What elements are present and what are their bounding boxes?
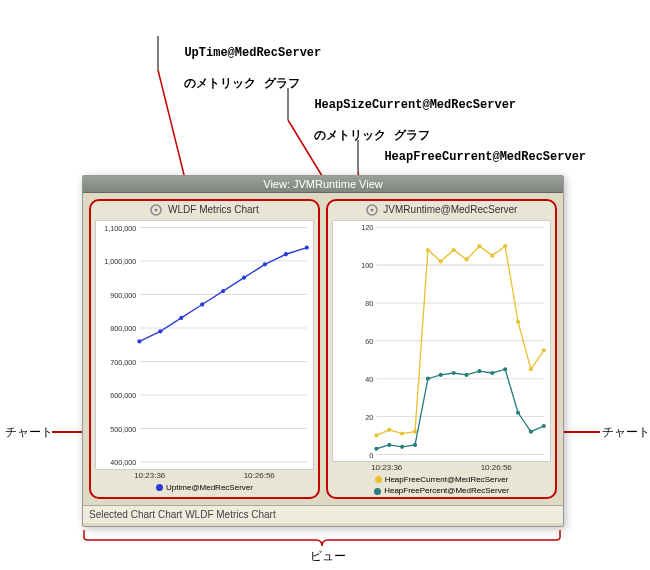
svg-point-55 [426, 248, 430, 252]
svg-point-30 [221, 289, 225, 293]
svg-point-74 [490, 371, 494, 375]
view-panel: View: JVMRuntime View WLDF Metrics Chart… [82, 175, 564, 527]
xtick: 10:23:36 [371, 463, 402, 472]
chart-right-legend: HeapFreeCurrent@MedRecServerHeapFreePerc… [328, 472, 555, 499]
svg-point-71 [452, 371, 456, 375]
svg-point-59 [477, 244, 481, 248]
svg-point-32 [263, 263, 267, 267]
side-label-left-text: チャート [5, 425, 53, 439]
svg-point-70 [439, 373, 443, 377]
view-label-text: ビュー [310, 549, 346, 563]
svg-text:80: 80 [365, 299, 373, 308]
chart-right-svg: 020406080100120 [333, 221, 550, 461]
annotation-uptime-title: UpTime@MedRecServer [184, 46, 321, 60]
status-bar-text: Selected Chart Chart WLDF Metrics Chart [89, 509, 276, 520]
svg-point-51 [374, 434, 378, 438]
annotation-uptime-sub: のメトリック グラフ [184, 77, 299, 91]
svg-point-33 [284, 252, 288, 256]
svg-point-62 [516, 320, 520, 324]
svg-point-76 [516, 411, 520, 415]
gear-icon [150, 204, 162, 216]
svg-text:900,000: 900,000 [110, 291, 136, 300]
svg-text:0: 0 [369, 451, 373, 460]
svg-point-67 [400, 445, 404, 449]
gear-icon [366, 204, 378, 216]
svg-text:600,000: 600,000 [110, 391, 136, 400]
svg-point-52 [387, 428, 391, 432]
annotation-heapfree-title: HeapFreeCurrent@MedRecServer [384, 150, 586, 164]
svg-point-73 [477, 369, 481, 373]
svg-point-31 [242, 276, 246, 280]
chart-left-xticks: 10:23:36 10:26:56 [91, 470, 318, 480]
chart-left[interactable]: WLDF Metrics Chart 400,000500,000600,000… [89, 199, 320, 499]
svg-point-61 [503, 244, 507, 248]
svg-point-54 [413, 430, 417, 434]
svg-point-26 [137, 340, 141, 344]
svg-point-72 [464, 373, 468, 377]
chart-left-legend: Uptime@MedRecServer [91, 480, 318, 497]
svg-point-66 [387, 443, 391, 447]
chart-left-title: WLDF Metrics Chart [91, 201, 318, 218]
svg-text:700,000: 700,000 [110, 358, 136, 367]
svg-point-69 [426, 377, 430, 381]
svg-point-64 [542, 349, 546, 353]
view-label: ビュー [310, 548, 346, 565]
svg-point-28 [179, 316, 183, 320]
view-header-text: View: JVMRuntime View [263, 178, 382, 190]
svg-point-78 [542, 424, 546, 428]
svg-point-58 [464, 258, 468, 262]
chart-right-xticks: 10:23:36 10:26:56 [328, 462, 555, 472]
svg-point-77 [529, 430, 533, 434]
svg-point-65 [374, 447, 378, 451]
svg-point-63 [529, 367, 533, 371]
annotation-heapsize-title: HeapSizeCurrent@MedRecServer [314, 98, 516, 112]
view-header: View: JVMRuntime View [83, 176, 563, 193]
chart-left-svg: 400,000500,000600,000700,000800,000900,0… [96, 221, 313, 468]
side-label-right: チャート [602, 424, 650, 441]
svg-point-34 [305, 246, 309, 250]
chart-right-plot: 020406080100120 [332, 220, 551, 462]
chart-left-plot: 400,000500,000600,000700,000800,000900,0… [95, 220, 314, 469]
status-bar: Selected Chart Chart WLDF Metrics Chart [83, 505, 563, 523]
side-stub-left [52, 427, 84, 437]
svg-text:800,000: 800,000 [110, 324, 136, 333]
xtick: 10:26:56 [244, 471, 275, 480]
svg-point-56 [439, 260, 443, 264]
svg-text:1,100,000: 1,100,000 [104, 224, 136, 233]
view-bracket [82, 530, 562, 546]
svg-text:1,000,000: 1,000,000 [104, 257, 136, 266]
svg-point-27 [158, 330, 162, 334]
side-label-right-text: チャート [602, 425, 650, 439]
svg-text:40: 40 [365, 375, 373, 384]
annotation-uptime: UpTime@MedRecServer のメトリック グラフ [170, 30, 321, 92]
side-label-left: チャート [5, 424, 53, 441]
chart-right-title: JVMRuntime@MedRecServer [328, 201, 555, 218]
xtick: 10:26:56 [481, 463, 512, 472]
chart-right[interactable]: JVMRuntime@MedRecServer 020406080100120 … [326, 199, 557, 499]
svg-point-68 [413, 443, 417, 447]
charts-row: WLDF Metrics Chart 400,000500,000600,000… [83, 193, 563, 505]
side-stub-right [562, 427, 602, 437]
svg-point-29 [200, 303, 204, 307]
svg-point-36 [370, 209, 373, 212]
svg-text:120: 120 [361, 224, 373, 233]
svg-point-9 [155, 209, 158, 212]
chart-left-title-text: WLDF Metrics Chart [168, 204, 259, 215]
chart-right-title-text: JVMRuntime@MedRecServer [383, 204, 517, 215]
svg-text:100: 100 [361, 262, 373, 271]
svg-text:500,000: 500,000 [110, 425, 136, 434]
xtick: 10:23:36 [134, 471, 165, 480]
svg-point-75 [503, 367, 507, 371]
svg-text:60: 60 [365, 337, 373, 346]
svg-text:400,000: 400,000 [110, 458, 136, 467]
svg-point-57 [452, 248, 456, 252]
svg-text:20: 20 [365, 413, 373, 422]
svg-point-53 [400, 432, 404, 436]
svg-point-60 [490, 254, 494, 258]
